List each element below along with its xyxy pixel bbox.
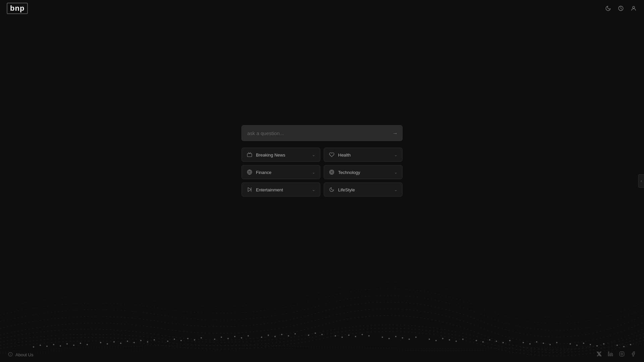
svg-point-104 bbox=[621, 353, 623, 355]
search-submit-icon[interactable]: → bbox=[392, 130, 398, 136]
logo: bnp bbox=[7, 3, 28, 14]
chevron-down-icon: ⌄ bbox=[312, 170, 315, 175]
svg-rect-103 bbox=[620, 352, 624, 356]
svg-point-43 bbox=[348, 335, 349, 336]
svg-point-50 bbox=[402, 338, 403, 338]
svg-point-29 bbox=[234, 336, 235, 337]
lifestyle-icon bbox=[329, 187, 335, 193]
svg-point-75 bbox=[597, 346, 597, 346]
svg-point-3 bbox=[40, 345, 41, 346]
svg-point-21 bbox=[174, 339, 175, 340]
svg-point-79 bbox=[630, 344, 631, 345]
svg-point-61 bbox=[489, 340, 490, 340]
chevron-down-icon: ⌄ bbox=[394, 153, 397, 157]
category-entertainment[interactable]: Entertainment ⌄ bbox=[241, 183, 320, 197]
svg-point-18 bbox=[147, 342, 148, 342]
category-left: Technology bbox=[329, 169, 360, 175]
search-input[interactable] bbox=[241, 125, 402, 141]
svg-rect-84 bbox=[331, 171, 332, 173]
svg-point-13 bbox=[114, 342, 114, 342]
svg-point-41 bbox=[335, 336, 336, 336]
svg-point-49 bbox=[395, 336, 396, 337]
instagram-icon[interactable] bbox=[619, 351, 625, 358]
category-technology[interactable]: Technology ⌄ bbox=[324, 165, 402, 179]
social-icons bbox=[596, 351, 636, 358]
lifestyle-label: LifeStyle bbox=[338, 187, 355, 192]
svg-point-63 bbox=[503, 342, 503, 343]
svg-point-37 bbox=[295, 334, 296, 334]
svg-point-5 bbox=[53, 344, 54, 345]
info-icon bbox=[8, 352, 13, 358]
svg-marker-97 bbox=[248, 188, 251, 192]
breaking-news-label: Breaking News bbox=[256, 152, 285, 157]
svg-point-7 bbox=[67, 344, 67, 344]
svg-point-16 bbox=[134, 342, 135, 343]
tv-icon bbox=[247, 152, 253, 158]
category-left: Breaking News bbox=[247, 152, 285, 158]
svg-point-32 bbox=[261, 337, 262, 338]
moon-icon[interactable] bbox=[604, 5, 612, 12]
svg-point-52 bbox=[416, 337, 416, 338]
svg-point-27 bbox=[221, 337, 222, 338]
category-grid: Breaking News ⌄ Health ⌄ bbox=[241, 148, 402, 197]
svg-point-42 bbox=[342, 337, 342, 338]
svg-point-38 bbox=[308, 335, 309, 336]
svg-rect-80 bbox=[247, 154, 252, 157]
chevron-down-icon: ⌄ bbox=[394, 170, 397, 175]
category-finance[interactable]: Finance ⌄ bbox=[241, 165, 320, 179]
facebook-icon[interactable] bbox=[631, 351, 636, 358]
svg-point-15 bbox=[127, 341, 128, 342]
category-breaking-news[interactable]: Breaking News ⌄ bbox=[241, 148, 320, 162]
category-lifestyle[interactable]: LifeStyle ⌄ bbox=[324, 183, 402, 197]
svg-point-17 bbox=[141, 340, 141, 341]
svg-point-102 bbox=[608, 352, 609, 353]
svg-point-8 bbox=[73, 345, 74, 346]
entertainment-icon bbox=[247, 187, 253, 193]
svg-point-24 bbox=[194, 340, 195, 340]
chevron-down-icon: ⌄ bbox=[312, 153, 315, 157]
svg-point-55 bbox=[442, 338, 443, 339]
svg-point-73 bbox=[583, 343, 584, 344]
svg-point-62 bbox=[496, 341, 497, 342]
svg-point-1 bbox=[633, 6, 635, 8]
user-icon[interactable] bbox=[630, 5, 637, 12]
health-label: Health bbox=[338, 152, 351, 157]
svg-point-40 bbox=[322, 334, 322, 335]
svg-point-45 bbox=[362, 334, 363, 335]
svg-point-51 bbox=[409, 339, 410, 340]
header-icons bbox=[604, 5, 637, 12]
svg-point-11 bbox=[100, 342, 101, 343]
svg-point-4 bbox=[47, 346, 47, 347]
right-edge-toggle[interactable]: ‹ bbox=[638, 174, 644, 188]
svg-point-22 bbox=[181, 340, 181, 341]
history-icon[interactable] bbox=[617, 5, 625, 12]
about-us-label: About Us bbox=[15, 352, 33, 357]
svg-point-54 bbox=[436, 340, 436, 341]
chevron-down-icon: ⌄ bbox=[312, 187, 315, 192]
x-icon[interactable] bbox=[596, 351, 602, 358]
svg-point-78 bbox=[624, 346, 624, 347]
svg-point-35 bbox=[281, 334, 282, 335]
heart-icon bbox=[329, 152, 335, 158]
footer: About Us bbox=[0, 347, 644, 362]
svg-point-23 bbox=[187, 338, 188, 339]
svg-point-59 bbox=[476, 340, 477, 341]
category-health[interactable]: Health ⌄ bbox=[324, 148, 402, 162]
chevron-down-icon: ⌄ bbox=[394, 187, 397, 192]
about-us-link[interactable]: About Us bbox=[8, 352, 33, 358]
svg-point-60 bbox=[483, 342, 483, 342]
linkedin-icon[interactable] bbox=[608, 351, 613, 358]
svg-point-33 bbox=[268, 335, 269, 336]
category-left: Entertainment bbox=[247, 187, 283, 193]
technology-label: Technology bbox=[338, 170, 360, 175]
header: bnp bbox=[0, 0, 644, 17]
svg-point-31 bbox=[248, 336, 249, 336]
svg-point-25 bbox=[201, 338, 202, 338]
main-content: → Breaking News ⌄ bbox=[241, 125, 402, 197]
svg-point-64 bbox=[509, 340, 510, 341]
svg-point-14 bbox=[120, 343, 121, 344]
svg-point-44 bbox=[355, 336, 356, 337]
svg-point-34 bbox=[275, 336, 275, 337]
svg-point-12 bbox=[107, 344, 108, 344]
svg-point-76 bbox=[603, 344, 604, 344]
